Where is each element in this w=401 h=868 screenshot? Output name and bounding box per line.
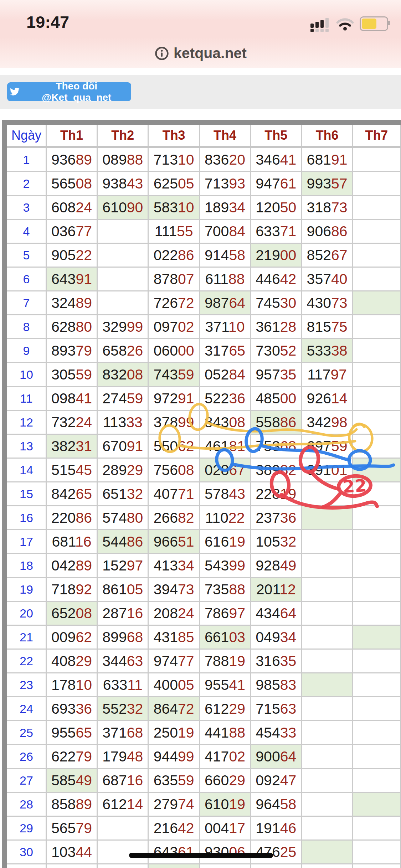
result-cell: 58549 [46, 769, 97, 792]
result-cell: 36128 [251, 315, 302, 339]
result-cell: 48500 [251, 387, 302, 410]
result-cell: 65826 [97, 339, 148, 363]
result-cell: 11797 [302, 363, 353, 387]
result-cell: 17810 [46, 673, 97, 697]
result-cell [353, 363, 400, 387]
result-cell [353, 625, 400, 649]
result-cell: 95541 [199, 673, 250, 697]
result-cell: 68716 [97, 769, 148, 792]
result-cell: 30559 [46, 363, 97, 387]
table-row: 12732241133337899843085588634298 [7, 410, 401, 434]
result-cell: 78819 [199, 649, 250, 673]
result-cell: 31765 [199, 339, 250, 363]
result-cell: 65208 [46, 601, 97, 625]
result-cell: 97291 [148, 387, 199, 410]
result-cell: 28716 [97, 601, 148, 625]
day-cell: 11 [7, 387, 46, 410]
battery-icon [360, 16, 388, 31]
result-cell [302, 506, 353, 530]
result-cell [353, 697, 400, 721]
result-cell [302, 673, 353, 697]
result-cell: 51545 [46, 458, 97, 482]
cellular-signal-icon [310, 18, 330, 31]
result-cell [302, 697, 353, 721]
result-cell [353, 387, 400, 410]
result-cell [353, 601, 400, 625]
result-cell: 66029 [199, 769, 250, 792]
result-cell [302, 554, 353, 578]
result-cell: 86472 [148, 697, 199, 721]
result-cell: 23736 [251, 506, 302, 530]
result-cell: 61619 [199, 530, 250, 554]
result-cell: 43185 [148, 625, 199, 649]
result-cell: 52236 [199, 387, 250, 410]
result-cell: 73224 [46, 410, 97, 434]
result-cell [302, 816, 353, 840]
result-cell: 96651 [148, 530, 199, 554]
result-cell: 98583 [251, 673, 302, 697]
result-cell: 10532 [251, 530, 302, 554]
result-cell: 08988 [97, 147, 148, 172]
twitter-bird-icon [9, 87, 20, 97]
table-row: 40367711155700846337190686 [7, 219, 401, 243]
result-cell: 41334 [148, 554, 199, 578]
day-cell: 27 [7, 769, 46, 792]
result-cell: 94499 [148, 745, 199, 769]
result-cell: 74530 [251, 291, 302, 315]
result-cell [97, 864, 148, 868]
result-cell: 62505 [148, 172, 199, 196]
result-cell: 92849 [251, 554, 302, 578]
result-cell [353, 745, 400, 769]
day-cell: 25 [7, 721, 46, 745]
result-cell [353, 219, 400, 243]
table-row: 231781063311400059554198583 [7, 673, 401, 697]
result-cell [353, 291, 400, 315]
result-cell: 32489 [46, 291, 97, 315]
result-cell: 73588 [199, 578, 250, 601]
result-cell: 95565 [46, 721, 97, 745]
result-cell: 40771 [148, 482, 199, 506]
result-cell: 87807 [148, 267, 199, 291]
result-cell [302, 840, 353, 864]
weekday-column-header: Th3 [148, 125, 199, 147]
day-cell: 26 [7, 745, 46, 769]
result-cell: 72672 [148, 291, 199, 315]
result-cell: 90064 [251, 745, 302, 769]
result-cell: 37899 [148, 410, 199, 434]
result-cell: 92614 [302, 387, 353, 410]
day-cell: 29 [7, 816, 46, 840]
table-body: 1936890898871310836203464168191256508938… [7, 147, 401, 868]
table-row: 158426565132407715784322819 [7, 482, 401, 506]
result-cell: 83208 [97, 363, 148, 387]
result-cell [302, 601, 353, 625]
result-cell: 64361 [148, 840, 199, 864]
result-cell [97, 291, 148, 315]
day-cell: 17 [7, 530, 46, 554]
result-cell: 41702 [199, 745, 250, 769]
result-cell: 57480 [97, 506, 148, 530]
result-cell: 95735 [251, 363, 302, 387]
result-cell: 27974 [148, 792, 199, 816]
result-cell: 54486 [97, 530, 148, 554]
day-cell: 18 [7, 554, 46, 578]
result-cell: 37168 [97, 721, 148, 745]
result-cell [302, 649, 353, 673]
result-cell: 10344 [46, 840, 97, 864]
twitter-follow-button[interactable]: Theo dõi @Ket_qua_net [7, 82, 131, 101]
result-cell: 06000 [148, 339, 199, 363]
result-cell: 17948 [97, 745, 148, 769]
result-cell: 94761 [251, 172, 302, 196]
address-bar[interactable]: ketqua.net [0, 45, 401, 64]
day-cell: 2 [7, 172, 46, 196]
result-cell: 20112 [251, 578, 302, 601]
day-cell: 19 [7, 578, 46, 601]
day-cell: 1 [7, 147, 46, 172]
result-cell [302, 792, 353, 816]
info-icon[interactable] [154, 46, 169, 61]
table-row: 66439187807611884464235740 [7, 267, 401, 291]
result-cell [353, 578, 400, 601]
result-cell [302, 769, 353, 792]
result-cell [353, 196, 400, 219]
home-indicator[interactable] [129, 853, 273, 858]
result-cell: 61090 [97, 196, 148, 219]
